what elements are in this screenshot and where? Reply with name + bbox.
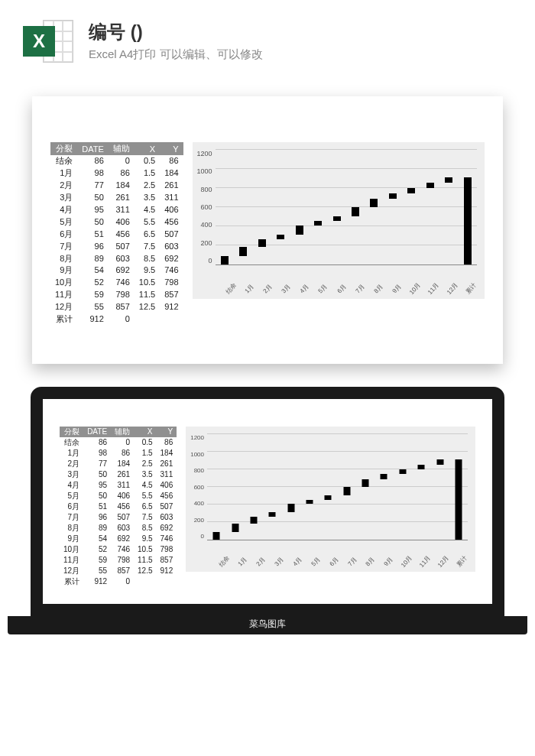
table-cell: 857 (111, 566, 134, 576)
table-cell: 406 (111, 491, 134, 501)
table-cell: 5月 (50, 216, 77, 229)
chart-bars (216, 150, 477, 264)
table-row: 8月896038.5692 (50, 253, 183, 265)
table-cell: 89 (83, 523, 111, 534)
xtick-label: 8月 (369, 279, 387, 298)
table-cell: 累计 (60, 576, 83, 587)
ytick-label: 0 (190, 533, 204, 540)
table-cell: 9月 (60, 534, 83, 544)
preview-card: 分裂DATE辅助XY 结余8600.5861月98861.51842月77184… (32, 96, 503, 364)
bar-segment (389, 193, 397, 199)
ytick-label: 200 (190, 517, 204, 524)
table-cell: 8.5 (135, 253, 160, 265)
table-cell: 692 (160, 253, 183, 265)
table-header-cell: DATE (83, 427, 111, 437)
table-row: 4月953114.5406 (60, 480, 177, 491)
table-cell: 184 (160, 167, 183, 180)
table-cell: 2.5 (134, 459, 156, 469)
table-cell: 10.5 (135, 277, 160, 289)
bar-segment (277, 235, 284, 239)
table-row: 5月504065.5456 (60, 491, 177, 501)
bar-slot (346, 150, 365, 264)
xtick-label: 4月 (295, 279, 313, 298)
table-cell: 10月 (50, 277, 77, 289)
table-cell: 4月 (50, 204, 77, 216)
table-cell: 96 (77, 241, 109, 253)
bar-slot (300, 434, 319, 540)
table-cell: 7月 (60, 512, 83, 523)
table-cell: 4.5 (134, 480, 156, 491)
table-header-cell: X (134, 427, 156, 437)
table-cell: 1.5 (134, 448, 156, 459)
table-cell: 9月 (50, 264, 77, 277)
table-cell: 50 (77, 216, 109, 229)
bar-segment (221, 256, 229, 264)
bar-segment (213, 532, 220, 540)
waterfall-chart-laptop: 120010008006004002000 (190, 434, 468, 553)
ytick-label: 800 (197, 186, 212, 193)
table-cell: 311 (157, 469, 177, 480)
table-cell: 3.5 (135, 192, 160, 204)
table-row: 10月5274610.5798 (50, 277, 183, 289)
table-cell: 406 (109, 216, 135, 229)
table-cell: 692 (109, 264, 135, 277)
table-row: 7月965077.5603 (50, 241, 183, 253)
bar-slot (402, 150, 420, 264)
bar-segment (381, 474, 387, 479)
table-cell: 8.5 (134, 523, 156, 534)
bar-segment (258, 239, 266, 247)
table-row: 1月98861.5184 (50, 167, 183, 180)
chart-plot-area (216, 150, 477, 265)
ytick-label: 1200 (190, 434, 204, 441)
bar-slot (319, 434, 337, 540)
table-row: 4月953114.5406 (50, 204, 183, 216)
table-cell: 2月 (60, 459, 83, 469)
table-cell: 1.5 (135, 167, 160, 180)
table-row: 6月514566.5507 (60, 501, 177, 512)
bar-slot (384, 150, 402, 264)
ytick-label: 600 (197, 203, 212, 211)
xtick-label: 5月 (306, 552, 325, 571)
table-cell: 8月 (60, 523, 83, 534)
table-cell: 184 (111, 459, 134, 469)
table-cell: 6.5 (134, 501, 156, 512)
xtick-label: 累计 (462, 279, 480, 298)
bar-slot (216, 150, 234, 264)
table-cell: 11月 (60, 555, 83, 566)
table-cell: 798 (111, 555, 134, 566)
table-cell: 798 (160, 277, 183, 289)
ytick-label: 400 (197, 221, 212, 229)
bar-slot (234, 150, 252, 264)
bar-segment (296, 226, 303, 235)
chart-yaxis-laptop: 120010008006004002000 (190, 434, 207, 540)
bar-segment (455, 459, 462, 540)
table-cell: 692 (111, 534, 134, 544)
data-table-laptop: 分裂DATE辅助XY 结余8600.5861月98861.51842月77184… (60, 427, 177, 587)
table-cell: 54 (77, 264, 109, 277)
table-cell: 9.5 (135, 264, 160, 277)
table-row: 2月771842.5261 (60, 459, 177, 469)
chart-container-laptop: 120010008006004002000 结余1月2月3月4月5月6月7月8月… (186, 427, 475, 572)
table-cell: 184 (109, 180, 135, 192)
excel-icon-letter: X (23, 26, 55, 57)
table-row: 累计9120 (60, 576, 177, 587)
bar-segment (343, 487, 350, 495)
table-cell: 0.5 (135, 155, 160, 167)
table-cell: 1月 (50, 167, 77, 180)
table-cell (160, 313, 183, 326)
table-cell: 746 (109, 277, 135, 289)
table-cell: 0 (109, 313, 135, 326)
table-cell: 311 (160, 192, 183, 204)
xtick-label: 8月 (361, 552, 379, 571)
bar-segment (269, 512, 276, 517)
table-row: 2月771842.5261 (50, 180, 183, 192)
table-cell: 507 (160, 229, 183, 241)
bar-slot (207, 434, 225, 540)
xtick-label: 3月 (277, 279, 295, 298)
table-cell: 12.5 (134, 566, 156, 576)
table-cell: 12月 (50, 301, 77, 313)
table-row: 5月504065.5456 (50, 216, 183, 229)
bar-segment (407, 188, 415, 193)
bar-segment (445, 177, 452, 183)
table-cell: 912 (83, 576, 111, 587)
